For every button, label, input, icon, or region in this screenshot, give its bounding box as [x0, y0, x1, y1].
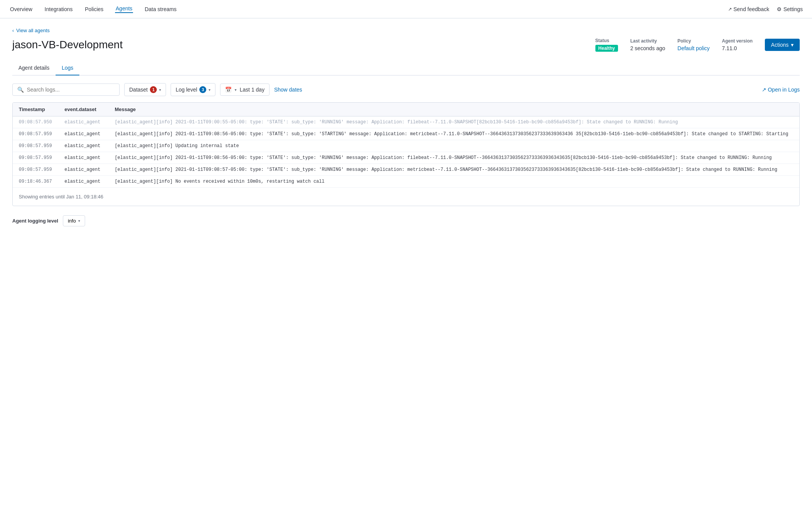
date-range-picker[interactable]: 📅 ▾ Last 1 day	[220, 84, 270, 96]
search-input[interactable]	[27, 87, 115, 93]
log-level-count-badge: 3	[199, 86, 206, 93]
log-level-filter-button[interactable]: Log level 3 ▾	[171, 83, 215, 96]
status-badge: Healthy	[595, 45, 618, 52]
actions-button[interactable]: Actions ▾	[765, 39, 800, 51]
timestamp-cell: 09:08:57.959	[13, 164, 58, 176]
nav-integrations[interactable]: Integrations	[44, 6, 73, 12]
top-navigation: Overview Integrations Policies Agents Da…	[0, 0, 812, 18]
dataset-cell: elastic_agent	[58, 128, 108, 140]
page-title: jason-VB-Development	[12, 39, 123, 51]
message-cell: [elastic_agent][info] Updating internal …	[108, 140, 799, 152]
message-cell: [elastic_agent][info] 2021-01-11T09:08:5…	[108, 152, 799, 164]
open-logs-ext-icon: ↗	[762, 87, 766, 93]
log-table-wrapper: Timestamp event.dataset Message 09:08:57…	[12, 102, 800, 206]
dataset-chevron-icon: ▾	[159, 88, 161, 92]
log-table: Timestamp event.dataset Message 09:08:57…	[13, 103, 799, 187]
show-dates-button[interactable]: Show dates	[274, 87, 302, 93]
calendar-icon: 📅	[225, 87, 232, 93]
send-feedback-link[interactable]: ↗ Send feedback	[728, 6, 769, 12]
logging-level-label: Agent logging level	[12, 218, 58, 224]
dataset-cell: elastic_agent	[58, 164, 108, 176]
timestamp-cell: 09:08:57.959	[13, 140, 58, 152]
search-icon: 🔍	[17, 87, 24, 93]
table-row: 09:08:57.959elastic_agent[elastic_agent]…	[13, 152, 799, 164]
dataset-cell: elastic_agent	[58, 116, 108, 128]
agent-version-value: 7.11.0	[722, 45, 753, 51]
logging-level-select[interactable]: info ▾	[63, 215, 85, 226]
logging-level-value: info	[68, 218, 76, 224]
calendar-chevron-icon: ▾	[235, 88, 237, 92]
message-cell: [elastic_agent][info] No events received…	[108, 176, 799, 188]
table-row: 09:18:46.367elastic_agent[elastic_agent]…	[13, 176, 799, 188]
actions-chevron-icon: ▾	[791, 42, 794, 48]
last-activity-value: 2 seconds ago	[630, 45, 665, 51]
dataset-cell: elastic_agent	[58, 152, 108, 164]
message-cell: [elastic_agent][info] 2021-01-11T09:08:5…	[108, 128, 799, 140]
nav-overview[interactable]: Overview	[9, 6, 33, 12]
dataset-filter-button[interactable]: Dataset 1 ▾	[124, 83, 166, 96]
nav-data-streams[interactable]: Data streams	[144, 6, 177, 12]
policy-label: Policy	[677, 38, 710, 44]
table-scroll-container[interactable]: Timestamp event.dataset Message 09:08:57…	[13, 103, 799, 206]
page-header: jason-VB-Development Status Healthy Last…	[12, 38, 800, 52]
breadcrumb-arrow-icon: ‹	[12, 28, 14, 33]
settings-link[interactable]: ⚙ Settings	[777, 6, 803, 12]
logging-level-chevron-icon: ▾	[78, 219, 80, 223]
tabs: Agent details Logs	[12, 61, 800, 75]
actions-label: Actions	[771, 42, 789, 48]
nav-agents[interactable]: Agents	[115, 5, 133, 13]
nav-links: Overview Integrations Policies Agents Da…	[9, 5, 178, 13]
message-cell: [elastic_agent][info] 2021-01-11T09:08:5…	[108, 164, 799, 176]
policy-item: Policy Default policy	[677, 38, 710, 51]
policy-link[interactable]: Default policy	[677, 45, 710, 51]
showing-entries-label: Showing entries until Jan 11, 09:18:46	[13, 187, 799, 206]
date-range-value: Last 1 day	[240, 87, 265, 93]
log-level-chevron-icon: ▾	[209, 88, 210, 92]
message-cell: [elastic_agent][info] 2021-01-11T09:00:5…	[108, 116, 799, 128]
toolbar: 🔍 Dataset 1 ▾ Log level 3 ▾ 📅 ▾ Last 1 d…	[12, 83, 800, 96]
status-label: Status	[595, 38, 618, 43]
tab-logs[interactable]: Logs	[56, 61, 79, 75]
agent-version-label: Agent version	[722, 38, 753, 44]
dataset-label: Dataset	[129, 87, 148, 93]
table-row: 09:08:57.959elastic_agent[elastic_agent]…	[13, 140, 799, 152]
timestamp-cell: 09:08:57.959	[13, 152, 58, 164]
message-column-header: Message	[108, 103, 799, 116]
page-footer: Agent logging level info ▾	[12, 215, 800, 226]
status-section: Status Healthy Last activity 2 seconds a…	[595, 38, 800, 52]
timestamp-column-header: Timestamp	[13, 103, 58, 116]
dataset-cell: elastic_agent	[58, 140, 108, 152]
tab-agent-details[interactable]: Agent details	[12, 61, 56, 75]
timestamp-cell: 09:08:57.959	[13, 128, 58, 140]
log-level-label: Log level	[176, 87, 197, 93]
agent-version-item: Agent version 7.11.0	[722, 38, 753, 51]
dataset-column-header: event.dataset	[58, 103, 108, 116]
open-in-logs-button[interactable]: ↗ Open in Logs	[762, 87, 800, 93]
nav-actions: ↗ Send feedback ⚙ Settings	[728, 6, 803, 12]
timestamp-cell: 09:18:46.367	[13, 176, 58, 188]
table-row: 09:08:57.959elastic_agent[elastic_agent]…	[13, 128, 799, 140]
breadcrumb-label: View all agents	[16, 28, 49, 33]
dataset-count-badge: 1	[150, 86, 157, 93]
breadcrumb[interactable]: ‹ View all agents	[12, 28, 800, 33]
last-activity-label: Last activity	[630, 38, 665, 44]
search-box[interactable]: 🔍	[12, 84, 120, 96]
timestamp-cell: 09:08:57.950	[13, 116, 58, 128]
external-link-icon: ↗	[728, 7, 732, 12]
log-table-body: 09:08:57.950elastic_agent[elastic_agent]…	[13, 116, 799, 188]
dataset-cell: elastic_agent	[58, 176, 108, 188]
settings-icon: ⚙	[777, 6, 782, 12]
table-row: 09:08:57.950elastic_agent[elastic_agent]…	[13, 116, 799, 128]
table-header: Timestamp event.dataset Message	[13, 103, 799, 116]
table-row: 09:08:57.959elastic_agent[elastic_agent]…	[13, 164, 799, 176]
nav-policies[interactable]: Policies	[84, 6, 104, 12]
status-item: Status Healthy	[595, 38, 618, 52]
page-content: ‹ View all agents jason-VB-Development S…	[0, 18, 812, 236]
last-activity-item: Last activity 2 seconds ago	[630, 38, 665, 51]
